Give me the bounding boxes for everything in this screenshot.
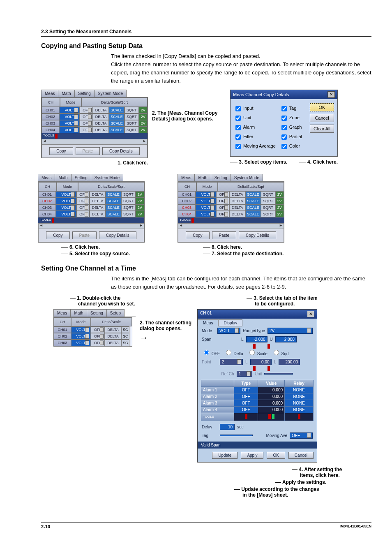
ok-button[interactable]: OK: [310, 103, 334, 111]
tab-meas[interactable]: Meas: [198, 319, 218, 326]
copy-details-button[interactable]: Copy Details: [239, 231, 276, 239]
off[interactable]: OFF: [80, 113, 93, 120]
ch01[interactable]: CH01: [54, 326, 71, 333]
scrollbar[interactable]: [42, 139, 148, 145]
chk-mavg[interactable]: Moving Average: [234, 143, 276, 150]
mode-select[interactable]: VOLT: [217, 328, 240, 334]
scrollbar[interactable]: [178, 223, 284, 229]
chk-filter[interactable]: Filter: [234, 133, 276, 141]
copy-details-button[interactable]: Copy Details: [99, 231, 136, 239]
tag-input[interactable]: [220, 435, 253, 436]
alarm1-type[interactable]: OFF: [234, 386, 258, 393]
ch01[interactable]: CH01: [38, 191, 56, 198]
copy-button[interactable]: Copy: [46, 231, 69, 239]
delta[interactable]: DELTA: [93, 107, 108, 113]
ch03[interactable]: CH03: [42, 120, 59, 127]
point-l[interactable]: 0.00: [250, 359, 272, 365]
delay-input[interactable]: 10: [220, 424, 235, 430]
tab-meas[interactable]: Meas: [53, 309, 71, 317]
paste-button[interactable]: Paste: [212, 231, 237, 239]
ch04[interactable]: CH04: [42, 127, 59, 133]
v2[interactable]: 2V: [139, 113, 148, 120]
copy-button[interactable]: Copy: [49, 147, 73, 155]
delta[interactable]: DELTA: [93, 120, 108, 127]
span-u[interactable]: 2.000: [275, 336, 297, 342]
cancel-button[interactable]: Cancel: [310, 114, 334, 122]
tab-setup[interactable]: Setup: [106, 309, 125, 317]
ch04-selected[interactable]: CH04: [178, 211, 196, 217]
tab-system[interactable]: System Mode: [91, 174, 123, 181]
refch-select[interactable]: 1: [237, 371, 252, 377]
ch02[interactable]: CH02: [42, 113, 59, 120]
chk-tag[interactable]: Tag: [280, 105, 306, 113]
tab-display[interactable]: Display: [218, 319, 242, 326]
delta[interactable]: DELTA: [93, 113, 108, 120]
sqrt[interactable]: SQRT: [125, 127, 139, 133]
chk-alarm[interactable]: Alarm: [234, 124, 276, 132]
tab-math[interactable]: Math: [58, 90, 74, 97]
scrollbar[interactable]: [38, 223, 144, 229]
off[interactable]: OFF: [80, 120, 93, 127]
unit-input[interactable]: [264, 373, 293, 375]
ch03-selected[interactable]: CH03: [178, 204, 196, 211]
clearall-button[interactable]: Clear All: [310, 125, 334, 133]
chk-zone[interactable]: Zone: [280, 114, 306, 122]
radio-off[interactable]: OFF: [202, 349, 220, 356]
range-select[interactable]: 2V: [267, 328, 313, 334]
v2[interactable]: 2V: [139, 120, 148, 127]
off[interactable]: OFF: [80, 107, 93, 113]
apply-button[interactable]: Apply: [241, 452, 263, 459]
copy-details-button[interactable]: Copy Details: [102, 147, 140, 155]
tab-math[interactable]: Math: [70, 309, 87, 317]
sqrt[interactable]: SQRT: [125, 120, 139, 127]
tab-setting[interactable]: Setting: [211, 174, 231, 181]
tab-math[interactable]: Math: [55, 174, 71, 181]
point-u[interactable]: 200.00: [279, 359, 300, 365]
ch01[interactable]: CH01: [42, 107, 59, 113]
scale[interactable]: SCALE: [109, 127, 125, 133]
copy-button[interactable]: Copy: [186, 231, 209, 239]
close-icon[interactable]: ✕: [307, 311, 314, 317]
chk-graph[interactable]: Graph: [280, 124, 306, 132]
scale[interactable]: SCALE: [109, 113, 125, 120]
alarm1-value[interactable]: 0.000: [258, 386, 285, 393]
cancel-button[interactable]: Cancel: [288, 452, 314, 459]
mode[interactable]: VOLT: [59, 113, 80, 120]
update-button[interactable]: Update: [212, 452, 238, 459]
tab-meas[interactable]: Meas: [178, 174, 195, 181]
span-l[interactable]: -2.000: [246, 336, 267, 342]
chk-color[interactable]: Color: [280, 143, 306, 150]
mode-ch01[interactable]: VOLT: [59, 107, 80, 113]
ok-button[interactable]: OK: [267, 452, 285, 459]
sqrt[interactable]: SQRT: [125, 113, 139, 120]
mode[interactable]: VOLT: [59, 120, 80, 127]
chk-partial[interactable]: Partial: [280, 133, 306, 141]
tab-system[interactable]: System Mode: [231, 174, 263, 181]
chk-input[interactable]: Input: [234, 105, 276, 113]
tab-setting[interactable]: Setting: [74, 90, 95, 97]
close-icon[interactable]: ✕: [327, 91, 335, 98]
sqrt[interactable]: SQRT: [125, 107, 139, 113]
tab-meas[interactable]: Meas: [38, 174, 55, 181]
tab-system[interactable]: System Mode: [94, 90, 127, 97]
ch02-selected[interactable]: CH02: [38, 198, 56, 204]
mode[interactable]: VOLT: [59, 127, 80, 133]
radio-delta[interactable]: Delta: [224, 349, 243, 356]
paste-button[interactable]: Paste: [76, 147, 100, 155]
off[interactable]: OFF: [80, 127, 93, 133]
paste-button[interactable]: Paste: [72, 231, 97, 239]
tab-setting[interactable]: Setting: [71, 174, 91, 181]
delta[interactable]: DELTA: [93, 127, 108, 133]
v2[interactable]: 2V: [139, 107, 148, 113]
scale[interactable]: SCALE: [109, 107, 125, 113]
mavg-select[interactable]: OFF: [290, 432, 313, 439]
v2[interactable]: 2V: [139, 127, 148, 133]
tab-setting[interactable]: Setting: [87, 309, 107, 317]
tab-meas[interactable]: Meas: [41, 90, 58, 97]
point-select[interactable]: 2: [220, 359, 243, 365]
radio-sqrt[interactable]: Sqrt: [272, 349, 289, 356]
chk-unit[interactable]: Unit: [234, 114, 276, 122]
radio-scale[interactable]: Scale: [247, 349, 267, 356]
tab-math[interactable]: Math: [194, 174, 211, 181]
alarm1-relay[interactable]: NONE: [285, 386, 314, 393]
